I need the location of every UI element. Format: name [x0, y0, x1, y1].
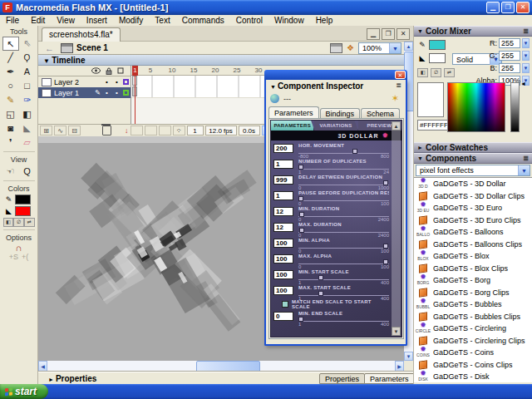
menu-item[interactable]: Insert	[81, 16, 113, 25]
scroll-right-arrow[interactable]: ▶	[395, 361, 404, 372]
luminance-slider[interactable]	[510, 82, 520, 132]
component-list-item[interactable]: GaDGeTS - Circlering Clips	[414, 335, 532, 347]
chevron-down-icon[interactable]: ▼	[389, 43, 401, 53]
slider-thumb[interactable]	[298, 165, 303, 170]
layer-lock-dot[interactable]: •	[113, 89, 121, 96]
inspector-tab[interactable]: Parameters	[268, 106, 319, 119]
snap-to-objects-icon[interactable]: ∩	[16, 243, 22, 253]
slider-thumb[interactable]	[299, 228, 304, 233]
pencil-tool[interactable]: ✎	[2, 93, 19, 107]
start-button[interactable]: start	[0, 384, 48, 399]
parameter-value-input[interactable]: 1	[273, 160, 293, 169]
parameter-slider[interactable]	[298, 228, 389, 233]
parameter-slider[interactable]	[298, 196, 389, 201]
horizontal-scrollbar[interactable]: ◀ ▶	[38, 361, 404, 372]
scene-name[interactable]: Scene 1	[76, 43, 108, 52]
edit-symbol-icon[interactable]: ❖	[347, 43, 354, 52]
component-list-item[interactable]: GaDGeTS - 3D Dollar Clips	[414, 190, 532, 203]
doc-close-button[interactable]: ✕	[397, 28, 410, 40]
parameter-slider[interactable]	[298, 244, 389, 249]
parameter-slider[interactable]	[298, 165, 389, 170]
parameter-slider[interactable]	[298, 180, 389, 185]
component-ui-tab[interactable]: VARIATIONS	[314, 121, 357, 131]
modify-onion-markers-button[interactable]: ⁘	[173, 126, 185, 135]
playhead[interactable]: 1	[132, 66, 138, 76]
red-spinner[interactable]: ▼	[522, 38, 530, 48]
menu-item[interactable]: View	[51, 16, 81, 25]
layer-row[interactable]: Layer 1 ✎ • •	[38, 87, 131, 98]
layer-visibility-dot[interactable]: •	[103, 78, 111, 86]
arrow-tool[interactable]: ↖	[2, 37, 19, 51]
component-ui-tab[interactable]: PARAMETERS	[271, 121, 314, 131]
component-list-item[interactable]: ✹ BUBBL GaDGeTS - Bubbles	[414, 298, 532, 311]
menu-item[interactable]: Help	[310, 16, 339, 25]
paint-bucket-tool[interactable]: ◣	[19, 121, 36, 135]
luminance-marker-icon[interactable]: ◄	[520, 81, 526, 86]
component-list-item[interactable]: ✹ 3D D GaDGeTS - 3D Dollar	[414, 178, 532, 190]
line-tool[interactable]: ╱	[2, 51, 19, 65]
edit-multiple-frames-button[interactable]	[159, 126, 171, 135]
parameter-slider[interactable]	[298, 212, 389, 217]
no-color-button[interactable]: ∅	[13, 218, 24, 227]
menu-item[interactable]: Window	[268, 16, 310, 25]
parameter-slider[interactable]	[298, 317, 389, 322]
slider-thumb[interactable]	[318, 291, 323, 296]
component-inspector-header[interactable]: Component Inspector	[266, 81, 404, 93]
pen-tool[interactable]: ✒	[2, 65, 19, 79]
lasso-tool[interactable]: Ϙ	[19, 51, 36, 65]
slider-thumb[interactable]	[299, 212, 304, 217]
parameters-tab-button[interactable]: Parameters	[364, 373, 415, 384]
green-spinner[interactable]: ▼	[522, 51, 530, 61]
component-list-item[interactable]: ✹ CIRCLE GaDGeTS - Circlering	[414, 323, 532, 335]
slider-thumb[interactable]	[352, 149, 357, 154]
stage-artwork[interactable]	[43, 148, 268, 352]
hand-tool[interactable]: ☜	[2, 165, 19, 179]
fill-color-swatch[interactable]	[15, 206, 31, 216]
parameter-value-input[interactable]: 1	[273, 191, 293, 200]
mixer-stroke-swatch[interactable]	[429, 40, 446, 50]
layer-name[interactable]: Layer 1	[54, 89, 92, 97]
default-colors-button[interactable]: ◧	[3, 218, 14, 227]
close-icon[interactable]: ✕	[395, 71, 406, 79]
components-header[interactable]: ▼ Components ≣	[414, 153, 532, 164]
component-list-item[interactable]: ✹ BORG GaDGeTS - Borg	[414, 274, 532, 287]
blue-value[interactable]: 255	[499, 63, 520, 73]
rectangle-tool[interactable]: □	[19, 79, 36, 93]
doc-minimize-button[interactable]: ▁	[367, 28, 380, 40]
parameter-value-input[interactable]: 999	[273, 175, 293, 185]
fill-transform-tool[interactable]: ◧	[19, 107, 36, 121]
insert-layer-folder-button[interactable]: ⊟	[68, 126, 81, 135]
properties-tab-button[interactable]: Properties	[319, 373, 365, 384]
panel-options-icon[interactable]: ≣	[523, 27, 529, 35]
parameter-value-input[interactable]: 100	[273, 239, 293, 248]
close-button[interactable]: ✕	[516, 2, 530, 13]
parameter-value-input[interactable]: 12	[273, 223, 293, 232]
component-list-item[interactable]: GaDGeTS - Balloons Clips	[414, 239, 532, 251]
parameter-slider[interactable]	[298, 149, 389, 154]
parameter-value-input[interactable]: 100	[273, 270, 293, 279]
slider-thumb[interactable]	[298, 317, 303, 322]
edit-scene-icon[interactable]	[330, 43, 342, 53]
parameter-value-input[interactable]: 0	[273, 312, 293, 321]
panel-options-icon[interactable]: ≣	[396, 81, 401, 89]
minimize-button[interactable]: ▁	[486, 2, 500, 13]
menu-item[interactable]: Commands	[176, 16, 230, 25]
frame-rate[interactable]: 12.0 fps	[205, 126, 237, 135]
document-tab[interactable]: screenshots4.fla*	[42, 27, 121, 42]
color-picker-field[interactable]	[447, 82, 505, 132]
add-motion-guide-button[interactable]: ∿	[54, 126, 66, 135]
component-inspector-titlebar[interactable]: ✕	[264, 70, 407, 80]
onion-skin-button[interactable]	[131, 126, 143, 135]
fill-color-row[interactable]: ◣	[3, 206, 35, 216]
parameter-slider[interactable]	[298, 275, 389, 280]
timeline-panel-header[interactable]: Timeline	[38, 55, 413, 66]
parameter-value-input[interactable]: 200	[273, 144, 293, 153]
blue-spinner[interactable]: ▼	[522, 63, 530, 73]
oval-tool[interactable]: ○	[2, 79, 19, 93]
menu-item[interactable]: Modify	[113, 16, 149, 25]
free-transform-tool[interactable]: ◱	[2, 107, 19, 121]
doc-restore-button[interactable]: ❐	[382, 28, 395, 40]
red-value[interactable]: 255	[499, 38, 520, 48]
components-category-combo[interactable]: pixel font effects ▼	[416, 165, 530, 176]
scroll-left-arrow[interactable]: ◀	[38, 361, 47, 372]
